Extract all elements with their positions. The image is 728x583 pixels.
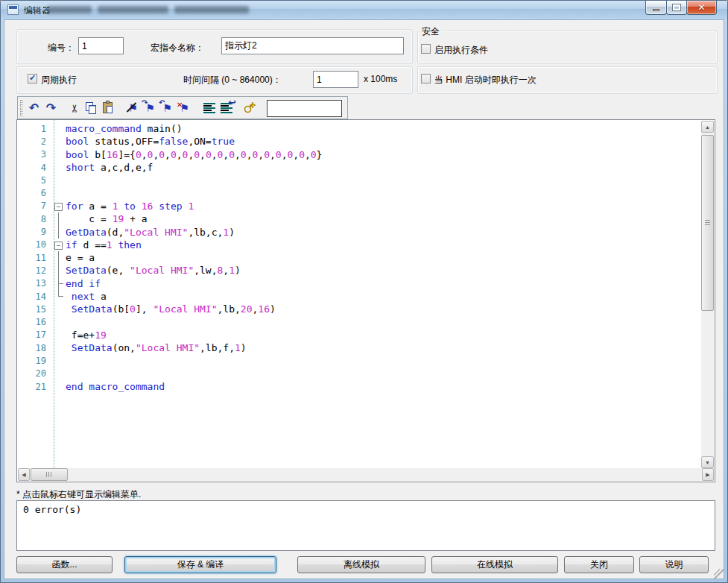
search-input[interactable] bbox=[267, 100, 342, 117]
fold-gutter bbox=[52, 368, 64, 380]
fold-gutter bbox=[52, 174, 64, 186]
code-text: SetData(on,"Local HMI",lb,f,1) bbox=[66, 342, 247, 353]
fold-gutter bbox=[52, 354, 64, 367]
horizontal-scroll-thumb[interactable] bbox=[31, 468, 68, 481]
minimize-icon bbox=[653, 9, 659, 11]
code-text: bool b[16]={0,0,0,0,0,0,0,0,0,0,0,0,0,0,… bbox=[66, 149, 322, 160]
close-icon: ✕ bbox=[697, 2, 705, 13]
vertical-scroll-thumb[interactable] bbox=[701, 135, 714, 311]
fold-toggle-icon[interactable] bbox=[52, 239, 64, 251]
offline-simulation-button[interactable]: 离线模拟 bbox=[297, 556, 425, 573]
close-dialog-button[interactable]: 关闭 bbox=[564, 556, 634, 573]
code-editor[interactable]: 1macro_command main()2bool status,OFF=fa… bbox=[16, 119, 715, 482]
code-line: 12SetData(e, "Local HMI",lw,8,1) bbox=[17, 264, 701, 277]
enable-exec-condition-label[interactable]: 启用执行条件 bbox=[434, 44, 488, 57]
fold-gutter bbox=[52, 161, 64, 174]
fold-gutter bbox=[52, 341, 64, 354]
functions-button[interactable]: 函数... bbox=[16, 556, 113, 573]
cut-icon[interactable]: ✂ bbox=[66, 99, 83, 116]
line-number: 18 bbox=[17, 343, 50, 353]
scroll-down-icon[interactable]: ▼ bbox=[701, 456, 714, 468]
redacted-text bbox=[98, 6, 168, 13]
right-click-hint: * 点击鼠标右键可显示编辑菜单. bbox=[16, 488, 141, 501]
periodic-checkbox[interactable] bbox=[28, 74, 37, 83]
line-number: 10 bbox=[17, 239, 50, 250]
line-number: 17 bbox=[17, 330, 50, 340]
code-text: next a bbox=[66, 291, 107, 302]
run-on-startup-label[interactable]: 当 HMI 启动时即执行一次 bbox=[434, 74, 536, 86]
bookmark-toggle-icon[interactable]: ⚑ bbox=[124, 100, 142, 116]
app-icon bbox=[7, 4, 19, 15]
fold-gutter bbox=[52, 251, 64, 264]
code-line: 19 bbox=[17, 354, 701, 367]
scroll-right-icon[interactable]: ▶ bbox=[702, 468, 714, 481]
code-line: 17 f=e+19 bbox=[17, 329, 701, 341]
code-line: 3bool b[16]={0,0,0,0,0,0,0,0,0,0,0,0,0,0… bbox=[17, 148, 701, 161]
interval-unit-label: x 100ms bbox=[364, 74, 397, 84]
bookmark-next-icon[interactable]: ↷⚑ bbox=[142, 100, 159, 116]
fold-gutter bbox=[52, 148, 64, 161]
vertical-scrollbar[interactable]: ▲ ▼ bbox=[701, 121, 714, 468]
line-number: 9 bbox=[17, 227, 50, 237]
code-line: 7for a = 1 to 16 step 1 bbox=[17, 200, 701, 212]
redo-icon[interactable]: ↷ bbox=[42, 100, 60, 116]
id-label: 编号： bbox=[48, 42, 75, 54]
online-simulation-button[interactable]: 在线模拟 bbox=[431, 556, 558, 573]
minimize-button[interactable] bbox=[645, 1, 667, 15]
fold-toggle-icon[interactable] bbox=[52, 200, 64, 212]
fold-gutter bbox=[52, 380, 64, 393]
undo-icon[interactable]: ↶ bbox=[25, 100, 42, 116]
line-number: 15 bbox=[17, 304, 50, 315]
scroll-left-icon[interactable]: ◀ bbox=[18, 468, 30, 481]
code-line: 14 next a bbox=[17, 290, 701, 303]
toolbar-grip[interactable] bbox=[20, 100, 23, 116]
enable-exec-condition-checkbox[interactable] bbox=[421, 44, 431, 54]
code-text: e = a bbox=[66, 252, 95, 263]
security-group-label: 安全 bbox=[419, 25, 443, 38]
horizontal-scrollbar[interactable]: ◀ ▶ bbox=[18, 468, 714, 481]
scroll-up-icon[interactable]: ▲ bbox=[701, 121, 714, 133]
code-line: 15 SetData(b[0], "Local HMI",lb,20,16) bbox=[17, 303, 701, 315]
interval-input[interactable] bbox=[313, 71, 358, 88]
bookmark-return-icon[interactable]: ↩ bbox=[218, 100, 235, 116]
code-line: 4short a,c,d,e,f bbox=[17, 161, 701, 174]
redacted-text bbox=[174, 6, 249, 13]
id-input[interactable] bbox=[78, 37, 124, 54]
fold-gutter bbox=[52, 264, 64, 277]
save-compile-button[interactable]: 保存 & 编译 bbox=[124, 556, 276, 573]
code-text: SetData(b[0], "Local HMI",lb,20,16) bbox=[66, 303, 276, 315]
maximize-icon bbox=[673, 4, 680, 10]
resize-grip[interactable] bbox=[714, 569, 724, 579]
close-button[interactable]: ✕ bbox=[686, 1, 717, 15]
code-line: 1macro_command main() bbox=[17, 122, 701, 135]
macro-name-input[interactable] bbox=[221, 37, 404, 54]
copy-icon[interactable] bbox=[83, 100, 100, 116]
dialog-client-area: 编号： 宏指令名称： 安全 启用执行条件 周期执行 时间间隔 (0 ~ 8640… bbox=[4, 19, 724, 579]
line-number: 16 bbox=[17, 317, 50, 327]
code-line: 18 SetData(on,"Local HMI",lb,f,1) bbox=[17, 341, 701, 354]
bookmarks-clear-icon[interactable]: ✕⚑ bbox=[176, 100, 193, 116]
code-line: 9GetData(d,"Local HMI",lb,c,1) bbox=[17, 225, 701, 238]
title-bar[interactable]: 编辑器 ✕ bbox=[1, 1, 727, 19]
paste-icon[interactable] bbox=[100, 100, 117, 116]
find-icon[interactable] bbox=[241, 100, 258, 116]
line-number: 7 bbox=[17, 201, 50, 211]
code-line: 11e = a bbox=[17, 251, 701, 264]
maximize-button[interactable] bbox=[666, 1, 687, 15]
code-text: for a = 1 to 16 step 1 bbox=[66, 201, 194, 212]
line-number: 19 bbox=[17, 356, 50, 366]
window-frame: 编辑器 ✕ 编号： 宏指令名称： 安全 启用执行条件 bbox=[0, 0, 728, 583]
bookmark-previous-icon[interactable]: ↶⚑ bbox=[159, 100, 176, 116]
line-number: 4 bbox=[17, 163, 50, 173]
help-button[interactable]: 说明 bbox=[639, 556, 709, 573]
fold-gutter bbox=[52, 135, 64, 148]
fold-gutter bbox=[52, 315, 64, 328]
line-number: 2 bbox=[17, 136, 50, 147]
run-on-startup-checkbox[interactable] bbox=[421, 74, 431, 83]
periodic-label[interactable]: 周期执行 bbox=[41, 74, 77, 86]
redacted-text bbox=[47, 6, 92, 13]
code-line: 8 c = 19 + a bbox=[17, 212, 701, 225]
code-line: 13end if bbox=[17, 277, 701, 290]
bookmark-list-icon[interactable] bbox=[200, 100, 218, 116]
code-text: GetData(d,"Local HMI",lb,c,1) bbox=[66, 227, 235, 238]
